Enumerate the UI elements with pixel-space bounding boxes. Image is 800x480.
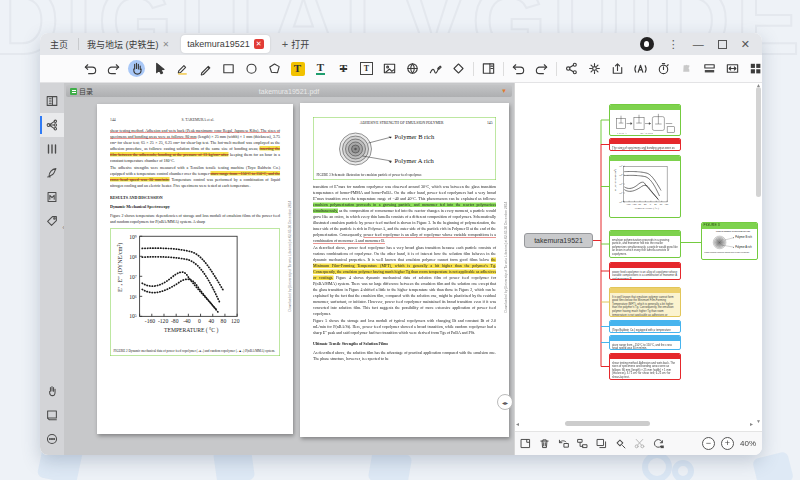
left-sidebar: ‹ [40, 83, 64, 455]
child-node-button[interactable] [575, 436, 590, 451]
sidebar-item-markdown-note[interactable] [40, 185, 64, 209]
svg-text:-40: -40 [183, 318, 191, 324]
notification-icon[interactable] [640, 37, 654, 51]
mindmap-card-text[interactable]: (Toyo Baldwin Co.) equipped with a tempe… [609, 320, 681, 333]
text-strikethrough-button[interactable]: T [335, 60, 352, 77]
vertical-scrollbar[interactable]: ▲ ▼ [756, 87, 761, 419]
mindmap-canvas[interactable]: takemura19521 FEED A REACTOR The sizes o… [515, 83, 762, 431]
select-tool-button[interactable] [151, 60, 168, 77]
svg-text:E′ , E″ (DYNE/cm²): E′ , E″ (DYNE/cm²) [117, 243, 124, 292]
refresh-lock-button[interactable] [651, 436, 666, 451]
tab-document-1[interactable]: 我与地坛 (史铁生) ✕ [79, 33, 177, 55]
mindmap-card-text[interactable]: power feed copolymer is an alloy of copo… [609, 262, 681, 280]
zoom-out-button[interactable]: − [702, 437, 715, 450]
figure1-diagram-svg: FEED A REACTOR [612, 112, 678, 136]
mindmap-card-text[interactable]: The sizes of specimens and bonding areas… [609, 138, 681, 151]
screenshot-button[interactable] [381, 60, 398, 77]
scroll-down-icon[interactable]: ▼ [756, 419, 761, 423]
section-heading: RESULTS AND DISCUSSION [110, 195, 280, 201]
scroll-left-icon[interactable]: ◂ [516, 421, 519, 427]
menu-kebab-icon[interactable]: ⋮ [668, 39, 679, 50]
mindmap-root-node[interactable]: takemura19521 [524, 233, 593, 248]
cut-node-button[interactable] [632, 436, 647, 451]
pen-button[interactable] [197, 60, 214, 77]
mindmap-card-text[interactable]: emulsion polymerization proceeds in a gr… [609, 230, 681, 258]
minimize-button[interactable]: — [693, 39, 704, 50]
paragraph: Figure 5 shows the storage and loss modu… [313, 318, 496, 336]
figure3-annotation-box[interactable]: ADHESIVE STRENGTH OF EMULSION POLYMER 14… [313, 117, 496, 180]
text-highlight-button[interactable]: T [289, 60, 306, 77]
sidebar-item-annotations[interactable] [40, 161, 64, 185]
sidebar-item-book-layout[interactable] [40, 403, 64, 427]
mindmap-card-text[interactable]: ature range from −150°C to 150°C, and th… [609, 335, 681, 350]
undo-node-button[interactable] [556, 436, 571, 451]
fit-width-button[interactable] [724, 60, 741, 77]
zoom-in-button[interactable]: + [721, 437, 734, 450]
toc-button[interactable]: 目录 [66, 86, 93, 96]
paragraph: As described above, power feed copolymer… [313, 245, 496, 317]
svg-text:FEED A: FEED A [617, 132, 626, 135]
horizontal-scrollbar[interactable]: ◂ ▸ [517, 421, 752, 427]
sidebar-item-more[interactable] [40, 427, 64, 451]
eraser-button[interactable] [450, 60, 467, 77]
copy-node-button[interactable] [594, 436, 609, 451]
read-aloud-button[interactable] [632, 60, 649, 77]
format-brush-button[interactable] [613, 436, 628, 451]
apps-grid-button[interactable] [747, 60, 762, 77]
hand-tool-button[interactable] [128, 60, 145, 77]
scroll-right-icon[interactable]: ▸ [750, 421, 753, 427]
polygon-tool-button[interactable] [266, 60, 283, 77]
highlighter-button[interactable] [174, 60, 191, 77]
toc-icon [70, 88, 77, 95]
scrollbar-thumb[interactable] [756, 87, 761, 197]
mindmap-card-chart[interactable]: 10⁹10⁸10⁷10⁶10⁵ -160-120-80-40 04080120 … [609, 155, 681, 218]
label-polymer-b: Polymer B rich [735, 235, 752, 239]
delete-node-button[interactable] [537, 436, 552, 451]
translate-globe-button[interactable] [404, 60, 421, 77]
plugin-button[interactable] [678, 60, 695, 77]
mindmap-card-fig1[interactable]: FEED A REACTOR [609, 104, 681, 136]
text-underline-button[interactable]: T [312, 60, 329, 77]
export-button[interactable] [609, 60, 626, 77]
sidebar-item-thumbnails[interactable] [40, 137, 64, 161]
mindmap-button[interactable] [563, 60, 580, 77]
tab-close-icon[interactable]: ✕ [163, 40, 170, 49]
notes-panel-button[interactable] [480, 60, 497, 77]
panel-toggle-button[interactable]: ◂▸ [497, 394, 513, 410]
settings-gear-icon[interactable] [586, 60, 603, 77]
redo-button[interactable] [105, 60, 122, 77]
reading-layout-button[interactable] [701, 60, 718, 77]
tab-label: takemura19521 [187, 39, 250, 49]
sidebar-item-tags[interactable] [40, 209, 64, 233]
mindmap-card-fig3[interactable]: FIGURE 3 ADHESIVE STRENGTH OF EMULSION P… [701, 222, 758, 260]
tab-document-2-active[interactable]: takemura19521 ✕ [181, 35, 270, 53]
mindmap-card-text[interactable]: It is well known that emulsion polymer c… [609, 287, 681, 317]
mindmap-card-text[interactable]: shear testing method. Adhesion and wets … [609, 353, 681, 380]
sidebar-item-outline[interactable] [40, 89, 64, 113]
undo-button-2[interactable] [510, 60, 527, 77]
wallpaper-gear-icon [672, 460, 694, 480]
undo-button[interactable] [82, 60, 99, 77]
ellipse-tool-button[interactable] [243, 60, 260, 77]
pdf-viewer[interactable]: 目录 takemura19521.pdf ▼ 144 S. TAKEMURA e… [64, 83, 514, 455]
sidebar-item-mindmap[interactable] [40, 113, 64, 137]
timer-button[interactable] [655, 60, 672, 77]
new-node-button[interactable] [518, 436, 533, 451]
figure2-annotation-box[interactable]: 10⁹10⁸10⁷10⁶10⁵ -160-120-80-40 04080120 … [110, 229, 280, 356]
text-box-button[interactable]: T [358, 60, 375, 77]
open-tab-button[interactable]: + 打开 [274, 38, 317, 51]
svg-text:REACTOR: REACTOR [640, 132, 653, 135]
rectangle-tool-button[interactable] [220, 60, 237, 77]
signature-button[interactable] [427, 60, 444, 77]
plus-icon: + [282, 38, 288, 50]
scrollbar-thumb[interactable] [565, 421, 650, 426]
close-button[interactable]: ✕ [741, 39, 750, 50]
maximize-button[interactable] [718, 40, 727, 49]
tab-home[interactable]: 主页 [40, 38, 78, 51]
doc-menu-arrow-icon[interactable]: ▼ [501, 88, 512, 94]
sidebar-item-hand-tool[interactable] [40, 379, 64, 403]
tab-close-icon[interactable]: ✕ [254, 39, 264, 49]
svg-text:10⁹: 10⁹ [129, 234, 137, 240]
redo-button-2[interactable] [533, 60, 550, 77]
mindmap-toolbar: − + 40% [515, 431, 762, 455]
